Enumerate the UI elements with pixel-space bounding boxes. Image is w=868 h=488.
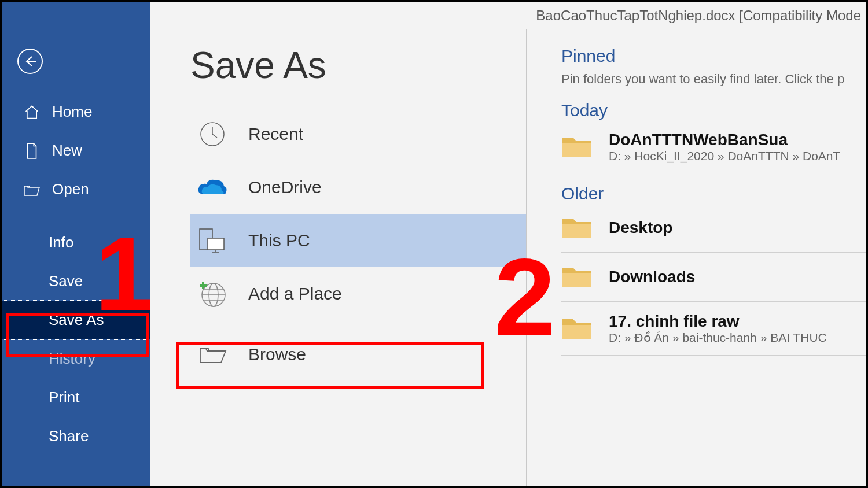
sidebar-label: New [52,142,82,160]
sidebar-separator [23,216,129,216]
location-divider [190,324,526,324]
sidebar-item-save[interactable]: Save [2,262,150,301]
folder-name: DoAnTTTNWebBanSua [609,131,840,149]
location-add-place[interactable]: Add a Place [190,267,526,320]
svg-rect-2 [208,238,224,250]
sidebar-label: Print [49,389,79,406]
browse-icon [197,339,227,369]
locations-column: Save As Recent OneDrive This PC [150,29,526,486]
folder-item[interactable]: Desktop [561,204,868,252]
sidebar-item-print[interactable]: Print [2,378,150,417]
sidebar-item-history: History [2,339,150,378]
sidebar-label: Info [49,234,73,252]
new-icon [23,142,41,160]
folder-item[interactable]: DoAnTTTNWebBanSua D: » HocKi_II_2020 » D… [561,120,868,173]
sidebar-item-share[interactable]: Share [2,417,150,456]
sidebar-sublist: Info Save Save As History Print Share [2,223,150,456]
folder-item[interactable]: Downloads [561,253,868,301]
locations-list: Recent OneDrive This PC Add a Place [190,108,526,381]
sidebar-label: History [49,350,95,368]
clock-icon [197,119,227,149]
folder-item[interactable]: 17. chinh file raw D: » Đồ Án » bai-thuc… [561,302,868,355]
title-bar: BaoCaoThucTapTotNghiep.docx [Compatibili… [150,2,866,29]
sidebar-label: Save As [49,311,104,329]
folder-icon [561,315,593,342]
location-onedrive[interactable]: OneDrive [190,161,526,214]
folder-path: D: » Đồ Án » bai-thuc-hanh » BAI THUC [609,331,827,345]
location-label: Browse [248,345,306,364]
page-title: Save As [190,44,526,87]
arrow-left-icon [23,54,37,68]
pinned-title: Pinned [561,46,868,66]
backstage-sidebar: Home New Open Info Save Save As History [2,2,150,486]
location-label: This PC [248,231,310,250]
older-list: Desktop Downloads 17. chinh file raw [561,204,868,356]
location-this-pc[interactable]: This PC [190,214,526,267]
sidebar-label: Share [49,427,89,445]
back-button[interactable] [17,49,43,74]
open-icon [23,182,41,197]
sidebar-label: Save [49,272,83,290]
folder-icon [561,214,593,242]
sidebar-item-save-as[interactable]: Save As [2,301,150,339]
older-title: Older [561,184,868,204]
sidebar-label: Open [52,180,89,198]
row-divider [561,355,868,356]
main-panel: Save As Recent OneDrive This PC [150,2,868,486]
addplace-icon [197,279,227,309]
location-label: Recent [248,124,303,144]
today-title: Today [561,101,868,120]
sidebar-label: Home [52,103,92,121]
home-icon [23,104,41,120]
folder-name: 17. chinh file raw [609,312,827,331]
folder-name: Desktop [609,219,672,237]
folder-name: Downloads [609,268,695,286]
sidebar-item-home[interactable]: Home [2,93,150,131]
thispc-icon [197,225,227,256]
sidebar-list: Home New Open [2,93,150,209]
folder-path: D: » HocKi_II_2020 » DoAnTTTN » DoAnT [609,149,840,163]
today-list: DoAnTTTNWebBanSua D: » HocKi_II_2020 » D… [561,120,868,173]
pinned-description: Pin folders you want to easily find late… [561,72,868,87]
location-browse[interactable]: Browse [190,328,526,381]
sidebar-item-open[interactable]: Open [2,170,150,209]
window-title: BaoCaoThucTapTotNghiep.docx [Compatibili… [536,8,861,24]
sidebar-item-info[interactable]: Info [2,223,150,262]
folder-icon [561,133,593,161]
folder-icon [561,263,593,291]
onedrive-icon [197,172,227,202]
location-recent[interactable]: Recent [190,108,526,161]
sidebar-item-new[interactable]: New [2,131,150,170]
location-label: Add a Place [248,284,342,304]
recent-folders-column: Pinned Pin folders you want to easily fi… [526,29,868,486]
location-label: OneDrive [248,178,322,197]
